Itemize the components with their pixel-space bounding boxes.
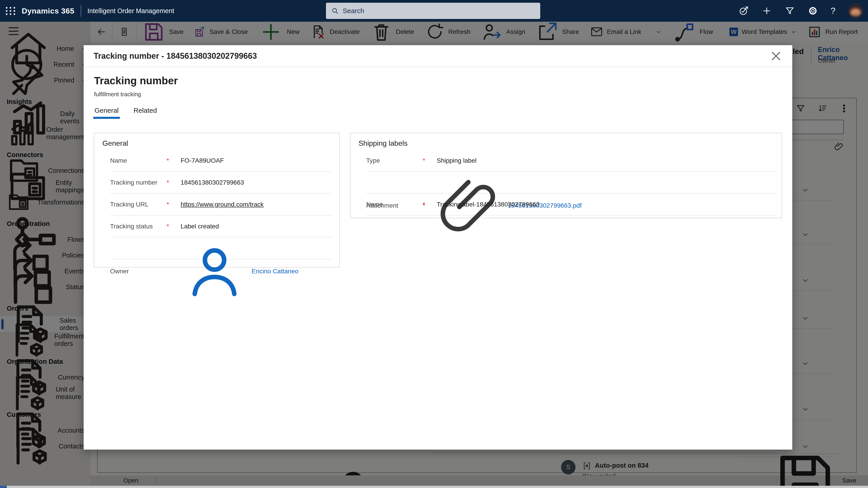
field-row-type: Type * Shipping label [366,150,775,172]
user-avatar[interactable] [848,3,863,18]
global-search[interactable] [326,3,540,19]
field-row-attachment: Attachment * 184561380302799663.pdf [366,172,775,194]
entity-title: Tracking number [94,74,178,87]
scrollbar-thumb[interactable] [0,486,7,488]
entity-subtitle: fulfillment tracking [94,91,141,98]
required-marker: * [166,179,181,186]
app-launcher-waffle-icon[interactable] [0,0,22,22]
dialog-header: Tracking number - 18456138030202799663 [84,45,792,67]
field-row-tracking-status: Tracking status * Label created [110,216,333,237]
field-value-type[interactable]: Shipping label [437,157,775,164]
brand-divider [81,5,81,17]
person-icon [181,237,248,305]
field-row-owner: Owner Encino Cattaneo [110,237,333,259]
dialog-title: Tracking number - 18456138030202799663 [94,51,257,61]
field-value-tracking-status[interactable]: Label created [181,223,333,230]
required-marker: * [166,223,181,230]
tracking-url-link[interactable]: https://www.ground.com/track [181,201,333,208]
required-marker: * [166,201,181,208]
help-icon[interactable]: ? [831,6,835,16]
field-row-name: Name * FO-7A89UOAF [110,150,333,172]
field-value-tracking-number[interactable]: 184561380302799663 [181,179,333,186]
section-title: Shipping labels [350,133,782,150]
tab-general[interactable]: General [94,107,119,119]
top-nav-actions: ? [739,0,863,22]
section-title: General [94,133,339,150]
owner-value[interactable]: Encino Cattaneo [181,237,333,305]
horizontal-scrollbar[interactable] [0,486,868,488]
required-marker: * [423,201,437,208]
required-marker: * [423,157,437,164]
app-name[interactable]: Intelligent Order Management [88,7,174,15]
field-value-label-name[interactable]: Trackinglabel-184561380302799663 [437,201,775,208]
settings-gear-icon[interactable] [808,6,818,16]
field-row-tracking-url: Tracking URL * https://www.ground.com/tr… [110,194,333,216]
owner-link[interactable]: Encino Cattaneo [252,268,298,275]
general-section-card: General Name * FO-7A89UOAF Tracking numb… [94,133,340,267]
filter-icon[interactable] [784,6,795,16]
required-marker: * [166,157,181,164]
shipping-labels-section-card: Shipping labels Type * Shipping label At… [350,133,782,218]
dialog-tabs: General Related [94,107,157,119]
tracking-number-dialog: Tracking number - 18456138030202799663 T… [84,45,792,450]
close-icon[interactable] [770,50,782,62]
field-value-name[interactable]: FO-7A89UOAF [181,157,333,164]
tab-related[interactable]: Related [133,107,157,119]
top-navigation-bar: Dynamics 365 Intelligent Order Managemen… [0,0,868,22]
add-icon[interactable] [762,6,772,16]
task-check-icon[interactable] [739,6,749,16]
search-icon [331,7,339,15]
field-row-tracking-number: Tracking number * 184561380302799663 [110,172,333,194]
search-input[interactable] [343,7,535,15]
brand-title[interactable]: Dynamics 365 [22,6,74,15]
